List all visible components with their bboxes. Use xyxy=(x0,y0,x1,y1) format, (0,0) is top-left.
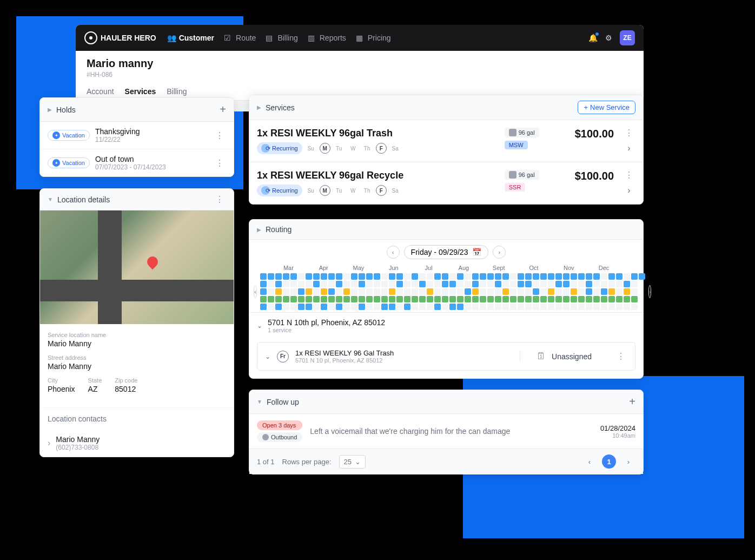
prev-date-button[interactable]: ‹ xyxy=(387,246,400,259)
route-stop[interactable]: ⌄ Fr 1x RESI WEEKLY 96 Gal Trash 5701 N … xyxy=(257,342,635,371)
outbound-icon xyxy=(262,434,269,440)
route-address: 5701 N 10th pl, Phoenix, AZ 85012 xyxy=(268,318,385,327)
notifications-icon[interactable]: 🔔 xyxy=(588,34,598,42)
followup-message: Left a voicemail that we're charging him… xyxy=(310,427,593,436)
contact-phone: (602)733-0808 xyxy=(56,444,100,451)
nav-pricing[interactable]: ▦Pricing xyxy=(356,31,391,44)
followup-date: 01/28/2024 xyxy=(600,424,635,432)
prev-page-button[interactable]: ‹ xyxy=(582,454,597,469)
pagination-footer: 1 of 1 Rows per page: 25⌄ ‹ 1 › xyxy=(249,449,643,474)
services-title: Services xyxy=(266,103,578,112)
calendar-plus-icon: 🗓 xyxy=(537,351,546,362)
scroll-right-button[interactable]: › xyxy=(648,285,652,298)
location-menu-icon[interactable]: ⋮ xyxy=(213,194,226,205)
followup-panel: ▼ Follow up + Open 3 days Outbound Left … xyxy=(249,390,644,475)
outbound-badge: Outbound xyxy=(257,432,302,442)
brand-text: HAULER HERO xyxy=(101,34,156,42)
followup-title: Follow up xyxy=(267,398,629,406)
customer-header: Mario manny #HH-086 Account Services Bil… xyxy=(76,51,644,101)
hold-date: 11/22/22 xyxy=(95,136,213,143)
settings-icon[interactable]: ⚙ xyxy=(605,34,612,42)
chevron-down-icon: ⌄ xyxy=(265,353,270,360)
service-title: 1x RESI WEEKLY 96gal Trash xyxy=(257,128,499,139)
service-menu-icon[interactable]: ⋮ xyxy=(622,128,635,138)
contact-row[interactable]: › Mario Manny (602)733-0808 xyxy=(40,430,234,457)
top-bar: HAULER HERO 👥Customer ☑Route ▤Billing ▥R… xyxy=(76,25,644,51)
service-price: $100.00 xyxy=(575,128,614,140)
collapse-icon[interactable]: ▼ xyxy=(257,399,262,405)
hold-title: Out of town xyxy=(95,155,213,163)
holds-panel: ▶ Holds + ✦Vacation Thanksgiving 11/22/2… xyxy=(39,97,234,177)
service-row[interactable]: 1x RESI WEEKLY 96gal Recycle ⟳Recurring … xyxy=(249,162,643,204)
page-number-button[interactable]: 1 xyxy=(602,454,616,469)
hold-menu-icon[interactable]: ⋮ xyxy=(213,158,226,168)
calendar-icon: 📅 xyxy=(472,248,481,256)
category-badge: SSR xyxy=(505,183,526,192)
holds-title: Holds xyxy=(56,106,220,114)
size-badge: 96 gal xyxy=(505,170,539,180)
customer-name: Mario manny xyxy=(87,57,633,70)
followup-row[interactable]: Open 3 days Outbound Left a voicemail th… xyxy=(249,414,643,449)
hold-menu-icon[interactable]: ⋮ xyxy=(213,130,226,141)
contact-name: Mario Manny xyxy=(56,435,100,444)
chevron-right-icon[interactable]: › xyxy=(627,143,630,153)
route-address-row[interactable]: ⌄ 5701 N 10th pl, Phoenix, AZ 85012 1 se… xyxy=(249,312,643,339)
collapse-icon[interactable]: ▶ xyxy=(257,104,261,110)
nav-billing[interactable]: ▤Billing xyxy=(266,31,297,44)
service-menu-icon[interactable]: ⋮ xyxy=(622,170,635,180)
routing-panel: ▶ Routing ‹ Friday - 09/29/23📅 › MarAprM… xyxy=(249,219,644,379)
service-price: $100.00 xyxy=(575,170,614,182)
day-badge: Fr xyxy=(277,351,289,363)
collapse-icon[interactable]: ▶ xyxy=(257,227,261,233)
followup-time: 10:49am xyxy=(600,432,635,439)
routing-heatmap xyxy=(260,273,645,310)
customer-id: #HH-086 xyxy=(87,71,633,78)
chevron-right-icon[interactable]: › xyxy=(627,186,630,195)
recurring-badge: ⟳Recurring xyxy=(257,142,302,154)
map-pin-icon xyxy=(144,254,160,269)
date-picker[interactable]: Friday - 09/29/23📅 xyxy=(404,245,489,259)
city: Phoenix xyxy=(48,385,75,393)
location-title: Location details xyxy=(57,195,213,204)
collapse-icon[interactable]: ▼ xyxy=(48,196,53,202)
rpp-label: Rows per page: xyxy=(282,458,332,466)
zip-code: 85012 xyxy=(115,385,137,393)
chevron-down-icon: ⌄ xyxy=(355,458,361,466)
routing-title: Routing xyxy=(266,225,635,234)
main-nav: 👥Customer ☑Route ▤Billing ▥Reports ▦Pric… xyxy=(167,31,588,44)
size-badge: 96 gal xyxy=(505,128,539,137)
stop-status: Unassigned xyxy=(552,352,592,361)
result-count: 1 of 1 xyxy=(257,458,275,466)
street-address: Mario Manny xyxy=(48,362,226,371)
nav-customer[interactable]: 👥Customer xyxy=(167,31,214,44)
add-hold-icon[interactable]: + xyxy=(220,103,226,116)
logo-icon xyxy=(84,31,97,44)
recurring-badge: ⟳Recurring xyxy=(257,185,302,196)
contacts-label: Location contacts xyxy=(40,407,234,430)
nav-reports[interactable]: ▥Reports xyxy=(308,31,346,44)
next-date-button[interactable]: › xyxy=(493,246,506,259)
add-followup-icon[interactable]: + xyxy=(629,396,635,408)
hold-row[interactable]: ✦Vacation Thanksgiving 11/22/22 ⋮ xyxy=(40,122,234,149)
services-panel: ▶ Services +New Service 1x RESI WEEKLY 9… xyxy=(249,95,644,205)
brand-logo: HAULER HERO xyxy=(84,31,156,44)
collapse-icon[interactable]: ▶ xyxy=(48,107,52,113)
service-row[interactable]: 1x RESI WEEKLY 96gal Trash ⟳Recurring Su… xyxy=(249,120,643,162)
user-avatar[interactable]: ZE xyxy=(620,30,635,45)
location-details-panel: ▼ Location details ⋮ Service location na… xyxy=(39,188,234,457)
route-address-sub: 1 service xyxy=(268,327,385,333)
stop-menu-icon[interactable]: ⋮ xyxy=(614,351,627,361)
open-badge: Open 3 days xyxy=(257,420,302,430)
new-service-button[interactable]: +New Service xyxy=(578,101,635,114)
chevron-right-icon: › xyxy=(48,438,50,448)
scroll-left-button[interactable]: ‹ xyxy=(254,285,257,298)
nav-route[interactable]: ☑Route xyxy=(224,31,256,44)
rows-per-page-select[interactable]: 25⌄ xyxy=(339,455,366,469)
location-map[interactable] xyxy=(40,210,234,324)
hold-row[interactable]: ✦Vacation Out of town 07/07/2023 - 07/14… xyxy=(40,149,234,176)
category-badge: MSW xyxy=(505,141,528,149)
stop-title: 1x RESI WEEKLY 96 Gal Trash xyxy=(295,349,513,357)
next-page-button[interactable]: › xyxy=(621,454,635,469)
location-name: Mario Manny xyxy=(48,339,226,348)
hold-title: Thanksgiving xyxy=(95,127,213,136)
